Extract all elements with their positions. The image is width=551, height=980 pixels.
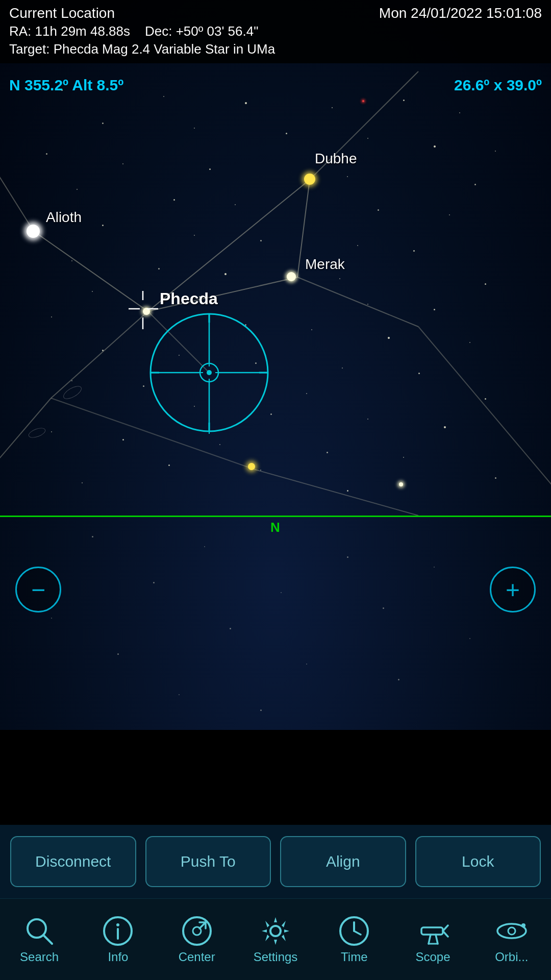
nav-time-label: Time xyxy=(341,950,367,964)
svg-line-6 xyxy=(297,277,418,327)
nav-center[interactable]: Center xyxy=(158,915,236,964)
search-icon xyxy=(23,915,55,947)
svg-line-46 xyxy=(443,925,448,931)
svg-point-36 xyxy=(116,923,119,926)
north-indicator: N xyxy=(270,520,280,535)
svg-point-53 xyxy=(521,923,525,927)
disconnect-button[interactable]: Disconnect xyxy=(10,836,136,887)
svg-rect-45 xyxy=(421,927,443,935)
merak-label: Merak xyxy=(305,256,345,273)
nav-center-label: Center xyxy=(179,950,215,964)
lock-button[interactable]: Lock xyxy=(415,836,541,887)
nav-search[interactable]: Search xyxy=(0,915,79,964)
orbit-icon xyxy=(496,915,528,947)
nav-info-label: Info xyxy=(108,950,128,964)
dubhe-label: Dubhe xyxy=(315,151,357,167)
svg-point-52 xyxy=(508,927,515,935)
alioth-label: Alioth xyxy=(46,209,82,226)
bottom-nav: Search Info Center xyxy=(0,898,551,980)
nav-orbit[interactable]: Orbi... xyxy=(472,915,551,964)
ra-dec-label: RA: 11h 29m 48.88s Dec: +50º 03' 56.4" xyxy=(9,23,258,39)
nav-settings[interactable]: Settings xyxy=(236,915,315,964)
svg-line-40 xyxy=(199,922,206,928)
scope-icon xyxy=(417,915,449,947)
datetime-label: Mon 24/01/2022 15:01:08 xyxy=(379,5,542,21)
nav-time[interactable]: Time xyxy=(315,915,393,964)
svg-line-4 xyxy=(0,153,34,231)
compass-left: N 355.2º Alt 8.5º xyxy=(9,77,123,94)
svg-point-41 xyxy=(270,926,281,936)
zoom-plus-button[interactable]: + xyxy=(490,567,536,612)
target-label: Target: Phecda Mag 2.4 Variable Star in … xyxy=(9,41,275,57)
compass-right: 26.6º x 39.0º xyxy=(454,77,542,94)
phecda-label: Phecda xyxy=(160,289,218,308)
center-icon xyxy=(181,915,213,947)
push-to-button[interactable]: Push To xyxy=(145,836,271,887)
location-label: Current Location xyxy=(9,5,115,21)
info-icon xyxy=(102,915,134,947)
nav-orbit-label: Orbi... xyxy=(495,950,528,964)
nav-scope[interactable]: Scope xyxy=(393,915,472,964)
svg-line-44 xyxy=(354,931,361,935)
crosshair-reticle xyxy=(148,311,270,434)
nav-search-label: Search xyxy=(20,950,59,964)
nav-settings-label: Settings xyxy=(254,950,298,964)
nav-scope-label: Scope xyxy=(416,950,450,964)
nav-info[interactable]: Info xyxy=(79,915,157,964)
zoom-minus-button[interactable]: − xyxy=(15,567,61,612)
svg-point-19 xyxy=(207,370,212,375)
svg-point-38 xyxy=(183,917,211,945)
align-button[interactable]: Align xyxy=(280,836,406,887)
action-panel: Disconnect Push To Align Lock xyxy=(0,825,551,898)
svg-line-48 xyxy=(429,935,431,944)
svg-line-11 xyxy=(418,327,551,490)
svg-line-49 xyxy=(436,935,438,944)
time-icon xyxy=(338,915,370,947)
svg-line-47 xyxy=(443,931,448,937)
settings-icon xyxy=(260,915,291,947)
svg-line-34 xyxy=(43,935,52,944)
header: Current Location Mon 24/01/2022 15:01:08… xyxy=(0,0,551,63)
horizon-line xyxy=(0,516,551,517)
svg-line-10 xyxy=(255,470,418,516)
